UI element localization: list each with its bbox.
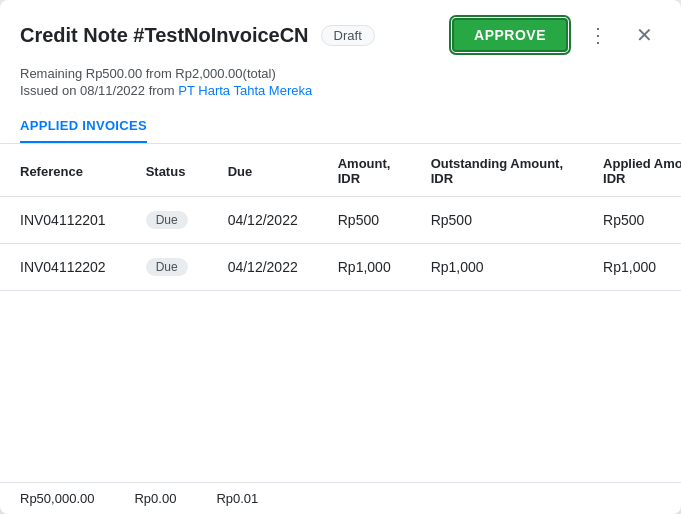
- col-amount: Amount,IDR: [318, 144, 411, 197]
- cell-status: Due: [126, 197, 208, 244]
- more-button[interactable]: ⋮: [580, 21, 616, 49]
- cell-reference: INV04112202: [0, 244, 126, 291]
- table-container: Reference Status Due Amount,IDR Outstand…: [0, 144, 681, 482]
- cell-applied-amount: Rp500: [583, 197, 681, 244]
- approve-button[interactable]: APPROVE: [452, 18, 568, 52]
- cell-amount: Rp500: [318, 197, 411, 244]
- issued-prefix: Issued on 08/11/2022 from: [20, 83, 178, 98]
- credit-note-modal: Credit Note #TestNoInvoiceCN Draft APPRO…: [0, 0, 681, 514]
- col-reference: Reference: [0, 144, 126, 197]
- modal-title: Credit Note #TestNoInvoiceCN: [20, 24, 309, 47]
- table-body: INV04112201 Due 04/12/2022 Rp500 Rp500 R…: [0, 197, 681, 291]
- cell-status: Due: [126, 244, 208, 291]
- close-icon: ✕: [636, 24, 653, 46]
- cell-due: 04/12/2022: [208, 244, 318, 291]
- table-row: INV04112201 Due 04/12/2022 Rp500 Rp500 R…: [0, 197, 681, 244]
- issued-line: Issued on 08/11/2022 from PT Harta Tahta…: [20, 83, 661, 98]
- cell-outstanding-amount: Rp500: [411, 197, 583, 244]
- footer-total-2: Rp0.00: [134, 491, 176, 506]
- close-button[interactable]: ✕: [628, 21, 661, 49]
- col-status: Status: [126, 144, 208, 197]
- cell-due: 04/12/2022: [208, 197, 318, 244]
- status-badge: Due: [146, 211, 188, 229]
- table-header: Reference Status Due Amount,IDR Outstand…: [0, 144, 681, 197]
- status-badge: Due: [146, 258, 188, 276]
- draft-badge: Draft: [321, 25, 375, 46]
- modal-footer: Rp50,000.00 Rp0.00 Rp0.01: [0, 482, 681, 514]
- applied-invoices-tab: APPLIED INVOICES: [0, 110, 681, 144]
- col-applied-amount: Applied Amount,IDR: [583, 144, 681, 197]
- invoices-table: Reference Status Due Amount,IDR Outstand…: [0, 144, 681, 291]
- footer-total-3: Rp0.01: [216, 491, 258, 506]
- issued-from-link[interactable]: PT Harta Tahta Mereka: [178, 83, 312, 98]
- tab-applied-invoices[interactable]: APPLIED INVOICES: [20, 110, 147, 143]
- cell-applied-amount: Rp1,000: [583, 244, 681, 291]
- remaining-text: Remaining Rp500.00 from Rp2,000.00(total…: [20, 66, 661, 81]
- modal-header: Credit Note #TestNoInvoiceCN Draft APPRO…: [0, 0, 681, 64]
- table-row: INV04112202 Due 04/12/2022 Rp1,000 Rp1,0…: [0, 244, 681, 291]
- col-due: Due: [208, 144, 318, 197]
- modal-meta: Remaining Rp500.00 from Rp2,000.00(total…: [0, 64, 681, 110]
- cell-reference: INV04112201: [0, 197, 126, 244]
- cell-outstanding-amount: Rp1,000: [411, 244, 583, 291]
- more-icon: ⋮: [588, 24, 608, 46]
- footer-total-1: Rp50,000.00: [20, 491, 94, 506]
- cell-amount: Rp1,000: [318, 244, 411, 291]
- col-outstanding-amount: Outstanding Amount,IDR: [411, 144, 583, 197]
